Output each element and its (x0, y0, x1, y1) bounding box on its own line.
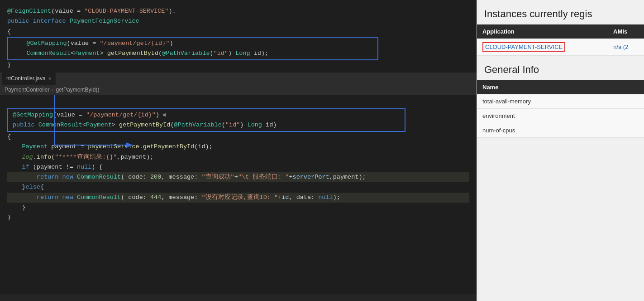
code-panel: @FeignClient(value = "CLOUD-PAYMENT-SERV… (0, 0, 477, 301)
bottom-line-3: { (7, 132, 469, 142)
tab-close-button[interactable]: × (48, 76, 51, 81)
info-table-header: Name (477, 80, 644, 94)
bottom-line-4: Payment payment = paymentService.getPaym… (7, 142, 469, 152)
code-line-3: { (7, 27, 469, 37)
file-tab[interactable]: ntController.java × (2, 72, 56, 85)
info-name-2: environment (477, 109, 644, 123)
code-line-4: @GetMapping(value = "/payment/get/{id}") (12, 39, 374, 49)
service-name-value: CLOUD-PAYMENT-SERVICE (482, 42, 565, 52)
tab-bar: ntController.java × (0, 73, 477, 85)
top-code-section: @FeignClient(value = "CLOUD-PAYMENT-SERV… (0, 4, 477, 73)
bottom-line-5: log.info("*****查询结果:{}",payment); (7, 152, 469, 162)
bottom-line-8: }else{ (7, 182, 469, 192)
amis-table-header: Application AMIs (477, 24, 644, 39)
amis-table-row: CLOUD-PAYMENT-SERVICE n/a (2 (477, 39, 644, 56)
info-row-1: total-avail-memory (477, 94, 644, 109)
info-name-3: num-of-cpus (477, 123, 644, 138)
spacer-line (7, 99, 469, 108)
bottom-line-10: } (7, 203, 469, 213)
amis-value-cell: n/a (2 (608, 39, 644, 56)
info-row-2: environment (477, 109, 644, 123)
application-amis-table: Application AMIs CLOUD-PAYMENT-SERVICE n… (477, 24, 644, 56)
right-panel: Instances currently regis Application AM… (477, 0, 644, 301)
col-name: Name (477, 80, 644, 94)
col-amis: AMIs (608, 24, 644, 39)
breadcrumb-part1: PaymentController (5, 87, 49, 93)
code-line-1: @FeignClient(value = "CLOUD-PAYMENT-SERV… (7, 6, 469, 16)
code-line-5: CommonResult<Payment> getPaymentById(@Pa… (12, 49, 374, 58)
tab-label: ntController.java (6, 75, 46, 82)
general-info-title: General Info (477, 56, 644, 80)
breadcrumb: PaymentController › getPaymentById() (0, 85, 477, 95)
bottom-line-11: } (7, 213, 469, 223)
info-row-3: num-of-cpus (477, 123, 644, 138)
bottom-code-area: @GetMapping(value = "/payment/get/{id}")… (0, 95, 477, 301)
breadcrumb-part2: getPaymentById() (56, 87, 99, 93)
col-application: Application (477, 24, 608, 39)
code-line-2: public interface PaymentFeignService (7, 16, 469, 26)
instances-title: Instances currently regis (477, 0, 644, 24)
bottom-line-7: return new CommonResult( code: 200, mess… (7, 172, 469, 182)
bottom-line-9: return new CommonResult( code: 444, mess… (7, 193, 469, 203)
bottom-line-1: @GetMapping(value = "/payment/get/{id}")… (13, 110, 400, 120)
general-info-table: Name total-avail-memory environment num-… (477, 80, 644, 138)
breadcrumb-separator: › (52, 87, 53, 93)
horizontal-scrollbar[interactable] (0, 295, 477, 301)
bottom-line-6: if (payment != null) { (7, 162, 469, 172)
annotation-feign: @FeignClient (7, 8, 51, 15)
code-line-6: } (7, 60, 469, 70)
info-name-1: total-avail-memory (477, 94, 644, 109)
bottom-line-2: public CommonResult<Payment> getPaymentB… (13, 120, 400, 130)
service-name-cell: CLOUD-PAYMENT-SERVICE (477, 39, 608, 56)
